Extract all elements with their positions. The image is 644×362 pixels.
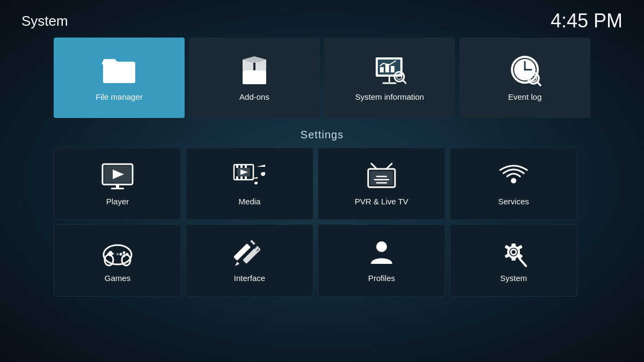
svg-rect-29	[245, 165, 247, 168]
settings-grid: Player	[54, 147, 590, 297]
svg-marker-55	[235, 262, 239, 266]
header: System 4:45 PM	[0, 0, 644, 38]
tile-player[interactable]: Player	[54, 147, 181, 220]
svg-rect-27	[236, 165, 238, 168]
media-label: Media	[239, 197, 261, 206]
event-log-icon	[506, 55, 544, 87]
svg-point-50	[120, 253, 122, 256]
add-ons-label: Add-ons	[239, 92, 269, 101]
svg-rect-56	[250, 240, 255, 245]
settings-row-2: Games	[54, 224, 590, 297]
system-icon	[496, 239, 531, 268]
profiles-icon	[364, 239, 399, 268]
services-label: Services	[498, 197, 529, 206]
tile-add-ons[interactable]: Add-ons	[189, 38, 320, 118]
system-information-icon	[371, 55, 408, 87]
svg-point-63	[511, 249, 516, 255]
tile-pvr-live-tv[interactable]: PVR & Live TV	[318, 147, 445, 220]
settings-section: Settings	[54, 129, 590, 297]
tile-system[interactable]: System	[450, 224, 577, 297]
svg-rect-6	[380, 67, 384, 72]
svg-rect-65	[511, 257, 516, 261]
pvr-live-tv-label: PVR & Live TV	[355, 197, 408, 206]
file-manager-icon	[100, 55, 138, 87]
games-label: Games	[105, 274, 130, 283]
event-log-label: Event log	[508, 92, 542, 101]
player-label: Player	[106, 197, 129, 206]
svg-line-19	[537, 82, 540, 85]
interface-icon	[232, 239, 267, 268]
tile-interface[interactable]: Interface	[186, 224, 313, 297]
pvr-live-tv-icon	[364, 162, 399, 191]
clock: 4:45 PM	[551, 10, 623, 32]
svg-rect-64	[511, 243, 516, 247]
svg-rect-25	[111, 188, 124, 189]
svg-line-13	[402, 80, 406, 83]
settings-row-1: Player	[54, 147, 590, 220]
file-manager-label: File manager	[96, 92, 143, 101]
page-title: System	[21, 13, 68, 29]
top-tiles-row: File manager Add-ons	[54, 38, 590, 118]
svg-rect-28	[240, 165, 243, 168]
svg-point-42	[511, 178, 516, 183]
games-icon	[100, 239, 135, 268]
interface-label: Interface	[234, 274, 265, 283]
settings-header: Settings	[54, 129, 590, 141]
svg-point-62	[508, 247, 519, 257]
svg-rect-9	[389, 77, 390, 82]
svg-rect-30	[236, 176, 238, 180]
svg-point-47	[123, 252, 126, 254]
svg-rect-0	[243, 70, 266, 84]
tile-profiles[interactable]: Profiles	[318, 224, 445, 297]
tile-media[interactable]: Media	[186, 147, 313, 220]
tile-services[interactable]: Services	[450, 147, 577, 220]
add-ons-icon	[236, 55, 273, 87]
svg-rect-31	[240, 176, 243, 180]
profiles-label: Profiles	[368, 274, 395, 283]
services-icon	[496, 162, 531, 191]
system-information-label: System information	[355, 92, 424, 101]
svg-line-60	[259, 251, 261, 253]
tile-file-manager[interactable]: File manager	[54, 38, 185, 118]
media-icon	[232, 162, 267, 191]
svg-point-61	[376, 241, 387, 252]
tile-system-information[interactable]: System information	[324, 38, 455, 118]
svg-rect-32	[245, 176, 247, 180]
svg-point-51	[116, 253, 119, 255]
tile-event-log[interactable]: Event log	[459, 38, 590, 118]
tile-games[interactable]: Games	[54, 224, 181, 297]
player-icon	[100, 162, 135, 191]
system-label: System	[500, 274, 527, 283]
svg-rect-8	[391, 66, 394, 72]
svg-rect-24	[116, 184, 119, 188]
main-content: File manager Add-ons	[0, 38, 644, 297]
svg-line-70	[519, 258, 526, 266]
